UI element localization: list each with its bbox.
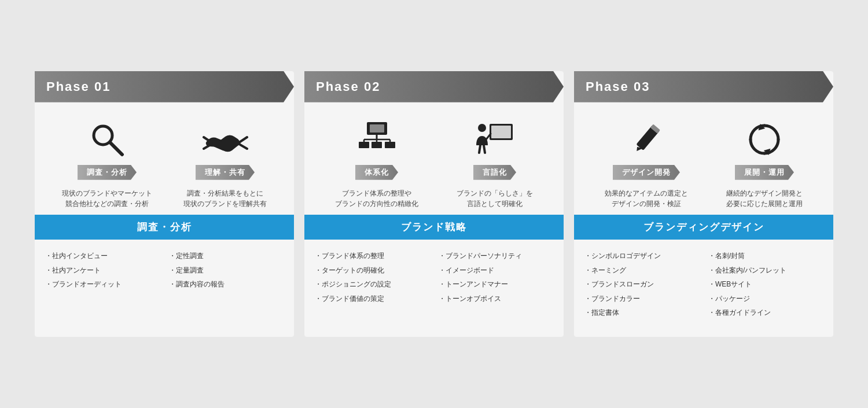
list-item: ターゲットの明確化	[315, 263, 429, 277]
phase02-header: Phase 02	[304, 71, 564, 102]
phase03-card: Phase 03 デザイン開発 効果的なアイテムの選定とデザインの開発・検証	[574, 71, 833, 337]
svg-rect-9	[359, 142, 369, 148]
phase03-label-pencil: デザイン開発	[613, 165, 680, 180]
phase02-icon-presenter: 言語化 ブランドの「らしさ」を言語として明確化	[451, 120, 539, 209]
list-item: 各種ガイドライン	[708, 306, 823, 319]
list-item: ネーミング	[584, 263, 699, 277]
phase01-items-row: 社内インタビュー 社内アンケート ブランドオーディット 定性調査 定量調査 調査…	[35, 249, 294, 291]
phase03-icon-recycle: 展開・運用 継続的なデザイン開発と必要に応じた展開と運用	[720, 120, 808, 209]
phase02-items-row: ブランド体系の整理 ターゲットの明確化 ポジショニングの設定 ブランド価値の策定…	[304, 249, 564, 306]
list-item: パッケージ	[708, 292, 823, 306]
org-chart-icon	[356, 120, 397, 160]
phase03-desc-pencil: 効果的なアイテムの選定とデザインの開発・検証	[599, 185, 694, 209]
list-item: WEBサイト	[708, 277, 823, 291]
phase02-items-left: ブランド体系の整理 ターゲットの明確化 ポジショニングの設定 ブランド価値の策定	[310, 249, 434, 306]
list-item: 定量調査	[169, 263, 284, 277]
list-item: トーンオブボイス	[439, 292, 553, 306]
recycle-icon	[744, 120, 785, 160]
phase03-icon-pencil: デザイン開発 効果的なアイテムの選定とデザインの開発・検証	[599, 120, 694, 209]
presenter-icon	[475, 120, 515, 160]
svg-line-1	[110, 142, 122, 155]
list-item: ポジショニングの設定	[315, 277, 429, 291]
phase02-icon-org: 体系化 ブランド体系の整理やブランドの方向性の精緻化	[329, 120, 424, 209]
phase01-icon-search: 調査・分析 現状のブランドやマーケット競合他社などの調査・分析	[56, 120, 158, 209]
phase01-items-left: 社内インタビュー 社内アンケート ブランドオーディット	[41, 249, 164, 291]
svg-rect-3	[370, 124, 384, 133]
list-item: 調査内容の報告	[169, 277, 284, 291]
phase03-header: Phase 03	[574, 71, 833, 102]
svg-rect-11	[385, 142, 395, 148]
phase03-items-left: シンボルロゴデザイン ネーミング ブランドスローガン ブランドカラー 指定書体	[580, 249, 704, 319]
list-item: 指定書体	[584, 306, 699, 319]
phase03-items-row: シンボルロゴデザイン ネーミング ブランドスローガン ブランドカラー 指定書体 …	[574, 249, 833, 319]
phase01-label-search: 調査・分析	[78, 165, 137, 180]
list-item: 会社案内/パンフレット	[708, 263, 823, 277]
phase01-header: Phase 01	[35, 71, 294, 102]
list-item: シンボルロゴデザイン	[584, 249, 699, 263]
phase02-label-org: 体系化	[355, 165, 398, 180]
search-icon	[87, 120, 127, 160]
handshake-icon	[205, 120, 245, 160]
svg-rect-10	[372, 142, 382, 148]
list-item: ブランドスローガン	[584, 277, 699, 291]
list-item: 定性調査	[169, 249, 284, 263]
list-item: 名刺/封筒	[708, 249, 823, 263]
list-item: ブランド価値の策定	[315, 292, 429, 306]
phase02-desc-org: ブランド体系の整理やブランドの方向性の精緻化	[329, 185, 424, 209]
phase03-icons-row: デザイン開発 効果的なアイテムの選定とデザインの開発・検証	[574, 114, 833, 215]
phase01-desc-search: 現状のブランドやマーケット競合他社などの調査・分析	[56, 185, 158, 209]
svg-line-17	[484, 145, 485, 153]
phase01-banner: 調査・分析	[35, 215, 294, 240]
phase01-items-right: 定性調査 定量調査 調査内容の報告	[164, 249, 288, 291]
svg-rect-13	[491, 126, 511, 138]
phase01-card: Phase 01 調査・分析 現状のブランドやマーケット競合他社などの調査・分析	[35, 71, 294, 337]
phase03-banner: ブランディングデザイン	[574, 215, 833, 240]
list-item: ブランドパーソナリティ	[439, 249, 553, 263]
svg-line-16	[479, 145, 480, 153]
list-item: ブランドカラー	[584, 292, 699, 306]
phase02-label-presenter: 言語化	[473, 165, 516, 180]
list-item: ブランドオーディット	[45, 277, 160, 291]
phase01-icon-handshake: 理解・共有 調査・分析結果をもとに現状のブランドを理解共有	[178, 120, 273, 209]
svg-point-14	[478, 124, 486, 132]
phase02-banner: ブランド戦略	[304, 215, 564, 240]
phase01-desc-handshake: 調査・分析結果をもとに現状のブランドを理解共有	[178, 185, 273, 209]
phase02-icons-row: 体系化 ブランド体系の整理やブランドの方向性の精緻化	[304, 114, 564, 215]
phase02-card: Phase 02	[304, 71, 564, 337]
phase01-label-handshake: 理解・共有	[196, 165, 255, 180]
phase03-items-right: 名刺/封筒 会社案内/パンフレット WEBサイト パッケージ 各種ガイドライン	[704, 249, 827, 319]
phase02-desc-presenter: ブランドの「らしさ」を言語として明確化	[451, 185, 539, 209]
phase01-icons-row: 調査・分析 現状のブランドやマーケット競合他社などの調査・分析 理解・共有 調査…	[35, 114, 294, 215]
pencil-icon	[626, 120, 667, 160]
list-item: ブランド体系の整理	[315, 249, 429, 263]
list-item: 社内アンケート	[45, 263, 160, 277]
phase03-desc-recycle: 継続的なデザイン開発と必要に応じた展開と運用	[720, 185, 808, 209]
list-item: 社内インタビュー	[45, 249, 160, 263]
phase03-label-recycle: 展開・運用	[735, 165, 794, 180]
phase02-items-right: ブランドパーソナリティ イメージボード トーンアンドマナー トーンオブボイス	[434, 249, 558, 306]
list-item: イメージボード	[439, 263, 553, 277]
main-container: Phase 01 調査・分析 現状のブランドやマーケット競合他社などの調査・分析	[0, 48, 868, 361]
list-item: トーンアンドマナー	[439, 277, 553, 291]
